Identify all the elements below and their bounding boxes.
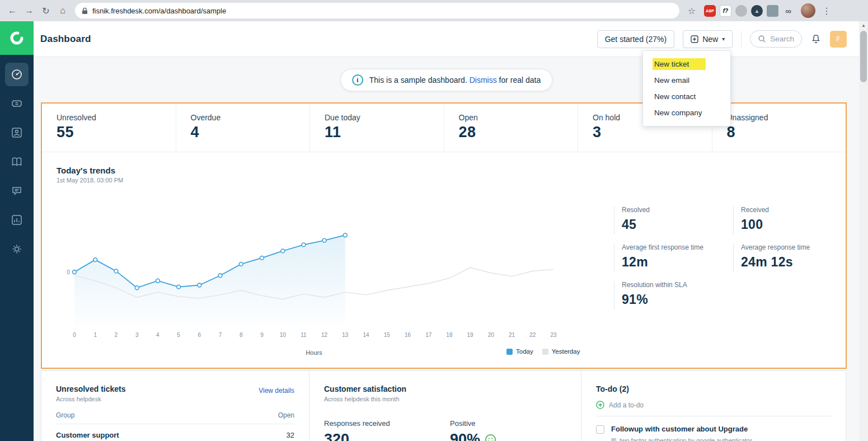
get-started-button[interactable]: Get started (27%) [597, 30, 675, 48]
stat-due-today[interactable]: Due today 11 [309, 104, 444, 152]
abp-extension-icon[interactable]: ABP [704, 5, 716, 17]
new-button[interactable]: New ▾ [683, 30, 733, 48]
positive-block: Positive 90% [450, 419, 496, 441]
svg-text:16: 16 [405, 332, 411, 338]
envelope-icon: ✉ [611, 437, 616, 441]
f-extension-icon[interactable]: f? [720, 5, 731, 17]
column-group: Group [56, 411, 74, 419]
svg-text:14: 14 [363, 332, 369, 338]
sidebar-item-admin[interactable] [5, 237, 29, 261]
today-swatch [506, 349, 513, 355]
header-divider [741, 31, 742, 48]
banner-text: This is a sample dashboard. [369, 76, 467, 85]
browser-back-button[interactable]: ← [4, 3, 20, 18]
responses-received-block: Responses received 320 [324, 419, 450, 441]
dark-extension-icon[interactable]: ▲ [751, 5, 763, 17]
extension-strip: ABP f? ▲ ∞ [704, 5, 794, 17]
svg-text:10: 10 [280, 332, 287, 338]
sidebar-item-forums[interactable] [5, 179, 29, 203]
browser-toolbar: ← → ↻ ⌂ fisnik.freshdesk.com/a/dashboard… [0, 0, 868, 21]
chevron-down-icon: ▾ [722, 36, 725, 42]
sidebar-item-contacts[interactable] [5, 121, 29, 144]
address-bar[interactable]: fisnik.freshdesk.com/a/dashboard/sample [75, 3, 679, 18]
ticket-icon [11, 97, 23, 110]
svg-text:4: 4 [156, 332, 159, 338]
notifications-button[interactable] [810, 33, 822, 45]
browser-menu-kebab-icon[interactable]: ⋮ [819, 3, 834, 18]
browser-forward-button[interactable]: → [21, 3, 37, 18]
stat-open[interactable]: Open 28 [444, 104, 578, 152]
svg-text:3: 3 [135, 332, 139, 338]
table-row-customer-support[interactable]: Customer support 32 [56, 424, 294, 441]
circle-extension-icon[interactable] [735, 5, 747, 17]
metric-avg-first-response: Average first response time 12m [614, 243, 733, 272]
menu-item-new-contact[interactable]: New contact [643, 88, 730, 105]
freshdesk-logo[interactable] [0, 21, 34, 55]
book-icon [11, 156, 23, 168]
sidebar-item-dashboard[interactable] [5, 63, 29, 86]
svg-text:8: 8 [240, 332, 243, 338]
todays-trends-widget: Today's trends 1st May 2018, 03:00 PM 01… [42, 152, 846, 368]
search-input[interactable]: Search [750, 30, 802, 48]
dashboard-icon [11, 68, 23, 81]
gear-icon [11, 243, 23, 255]
bottom-widgets-row: Unresolved tickets Across helpdesk View … [41, 370, 847, 441]
svg-text:12: 12 [321, 332, 328, 338]
search-icon [758, 35, 766, 43]
bell-icon [810, 33, 822, 45]
sidebar-item-analytics[interactable] [5, 208, 29, 232]
trends-title: Today's trends [57, 166, 115, 175]
user-avatar[interactable]: F [830, 31, 847, 48]
trends-timestamp: 1st May 2018, 03:00 PM [57, 177, 123, 184]
svg-text:9: 9 [260, 332, 264, 338]
bookmark-star-icon[interactable]: ☆ [684, 3, 700, 18]
misc-extension-icon[interactable] [767, 5, 778, 17]
menu-item-new-company[interactable]: New company [643, 105, 730, 121]
metric-received: Received 100 [733, 206, 856, 234]
stat-overdue[interactable]: Overdue 4 [176, 104, 310, 152]
stat-unresolved[interactable]: Unresolved 55 [42, 104, 176, 152]
unresolved-tickets-widget: Unresolved tickets Across helpdesk View … [41, 370, 309, 441]
svg-text:5: 5 [177, 332, 180, 338]
sample-dashboard-banner: i This is a sample dashboard. Dismiss fo… [340, 69, 553, 91]
legend-yesterday[interactable]: Yesterday [542, 348, 580, 355]
dashboard-content: i This is a sample dashboard. Dismiss fo… [34, 57, 859, 441]
menu-item-new-ticket[interactable]: New ticket [643, 56, 730, 72]
todo-checkbox[interactable] [596, 425, 604, 434]
metric-resolved: Resolved 45 [614, 206, 733, 234]
svg-text:0: 0 [67, 269, 70, 275]
dashboard-widgets-container: Unresolved 55 Overdue 4 Due today 11 Ope… [41, 102, 847, 369]
svg-text:2: 2 [115, 332, 118, 338]
stat-unassigned[interactable]: Unassigned 8 [712, 104, 846, 152]
dismiss-link[interactable]: Dismiss [470, 76, 497, 85]
bar-chart-icon [11, 214, 23, 226]
column-open: Open [278, 411, 294, 419]
svg-text:18: 18 [446, 332, 453, 338]
add-todo-button[interactable]: Add a to-do [596, 401, 831, 416]
svg-text:22: 22 [529, 332, 536, 338]
infinity-extension-icon[interactable]: ∞ [782, 5, 794, 17]
info-icon: i [352, 74, 363, 86]
sidebar [0, 21, 34, 441]
yesterday-swatch [542, 349, 548, 355]
legend-today[interactable]: Today [506, 348, 533, 355]
svg-text:0: 0 [73, 332, 76, 338]
page-scrollbar[interactable]: ▲ [859, 21, 868, 441]
view-details-link[interactable]: View details [259, 387, 294, 395]
search-placeholder: Search [770, 35, 794, 43]
svg-text:17: 17 [425, 332, 432, 338]
browser-profile-avatar[interactable] [801, 3, 815, 18]
browser-home-button[interactable]: ⌂ [55, 3, 71, 18]
browser-reload-button[interactable]: ↻ [38, 3, 54, 18]
menu-item-new-email[interactable]: New email [643, 72, 730, 88]
sidebar-item-tickets[interactable] [5, 92, 29, 115]
forums-icon [11, 185, 23, 197]
trends-line-chart: 012345678910111213141516171819202122230 [62, 204, 566, 354]
svg-text:19: 19 [467, 332, 474, 338]
smiley-icon [485, 434, 496, 441]
scrollbar-thumb[interactable] [860, 31, 867, 82]
metric-avg-response: Average response time 24m 12s [733, 243, 856, 272]
sidebar-item-solutions[interactable] [5, 150, 29, 173]
scrollbar-up-arrow[interactable]: ▲ [859, 21, 868, 30]
todo-item[interactable]: Followup with customer about Upgrade ✉ t… [596, 425, 831, 441]
